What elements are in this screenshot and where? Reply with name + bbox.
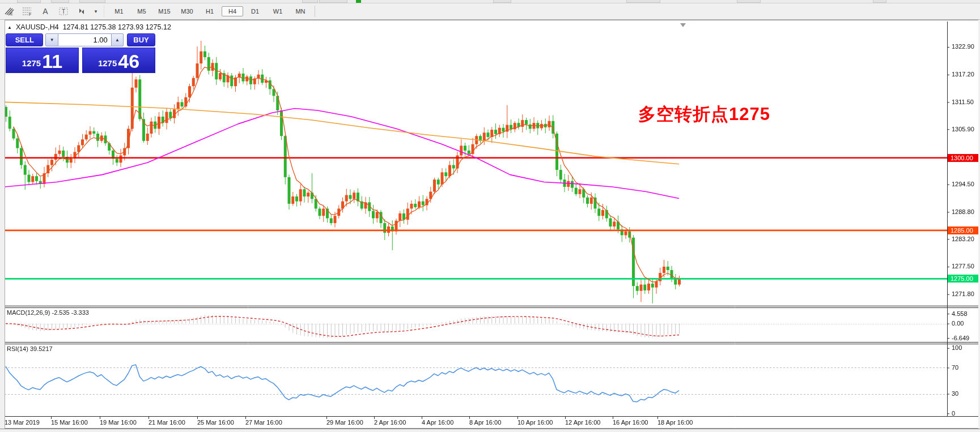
price-axis-tick: 1283.20: [952, 236, 974, 242]
price-axis-tick: 1322.90: [952, 43, 974, 50]
date-axis-tick: 12 Apr 16:00: [565, 419, 600, 426]
sell-price-small: 1275: [22, 56, 41, 71]
date-axis-tick: 16 Apr 16:00: [613, 419, 648, 426]
price-level-badge-1275.00: 1275.00: [948, 275, 980, 283]
window-bottom-edge: [0, 429, 980, 432]
buy-price-small: 1275: [98, 56, 117, 71]
date-axis-tick: 8 Apr 16:00: [469, 419, 501, 426]
price-level-badge-1285.00: 1285.00: [948, 226, 980, 234]
macd-axis-tick: 4.558: [952, 310, 968, 317]
macd-axis-tick: 0.00: [952, 320, 964, 327]
rsi-label: RSI(14) 39.5217: [7, 345, 53, 352]
volume-decrease-button[interactable]: ▼: [45, 33, 58, 46]
date-axis-tick: 29 Mar 16:00: [326, 419, 363, 426]
price-axis-tick: 1294.50: [952, 181, 974, 187]
buy-button[interactable]: BUY: [127, 33, 155, 46]
price-axis-tick: 1271.80: [952, 290, 974, 297]
price-axis-tick: 1317.20: [952, 71, 974, 78]
macd-label: MACD(12,26,9) -2.535 -3.333: [7, 309, 89, 316]
price-axis-tick: 1305.90: [952, 126, 974, 132]
one-click-trade-panel: SELL ▼ 1.00 ▲ BUY 1275 11 1275 46: [6, 33, 155, 73]
macd-axis-tick: -6.649: [952, 335, 969, 341]
volume-increase-button[interactable]: ▲: [111, 33, 124, 46]
date-axis-tick: 18 Apr 16:00: [657, 419, 693, 426]
date-axis-tick: 2 Apr 16:00: [374, 419, 406, 426]
symbol-period: XAUUSD-,H4: [16, 23, 59, 31]
ohlc-values: 1274.81 1275.38 1273.93 1275.12: [63, 23, 171, 31]
window-left-edge: [0, 20, 5, 432]
date-axis-tick: 19 Mar 16:00: [100, 419, 137, 426]
date-axis-tick: 21 Mar 16:00: [149, 419, 185, 426]
sell-price-box[interactable]: 1275 11: [6, 48, 79, 73]
buy-price-big: 46: [118, 52, 139, 71]
date-axis-tick: 10 Apr 16:00: [517, 419, 553, 426]
price-axis-tick: 1277.50: [952, 263, 974, 270]
sell-price-big: 11: [42, 52, 62, 71]
sell-button[interactable]: SELL: [6, 33, 43, 46]
collapse-arrow-icon[interactable]: ▲: [7, 25, 12, 30]
date-axis-tick: 13 Mar 2019: [5, 419, 40, 426]
price-axis-tick: 1288.80: [952, 208, 974, 215]
chart-annotation-text: 多空转折点1275: [638, 102, 770, 126]
rsi-axis-tick: 30: [952, 390, 958, 397]
rsi-axis-tick: 100: [952, 344, 962, 351]
price-level-badge-1300.00: 1300.00: [948, 154, 980, 162]
date-axis-tick: 15 Mar 16:00: [51, 419, 88, 426]
mt4-window: E F A T ▾ M1M5M15M30H1H4D1W1MN ▲ XAUUSD-…: [0, 0, 980, 432]
price-axis-tick: 1311.50: [952, 99, 974, 105]
date-axis-tick: 4 Apr 16:00: [422, 419, 453, 426]
date-axis-tick: 27 Mar 16:00: [245, 419, 282, 426]
chart-shift-marker-icon[interactable]: [680, 23, 686, 27]
chart-title: XAUUSD-,H4 1274.81 1275.38 1273.93 1275.…: [16, 23, 171, 31]
rsi-axis-tick: 70: [952, 364, 958, 371]
volume-input[interactable]: 1.00: [58, 33, 111, 46]
buy-price-box[interactable]: 1275 46: [82, 48, 155, 73]
rsi-axis-tick: 0: [952, 410, 955, 417]
date-axis-tick: 25 Mar 16:00: [197, 419, 234, 426]
